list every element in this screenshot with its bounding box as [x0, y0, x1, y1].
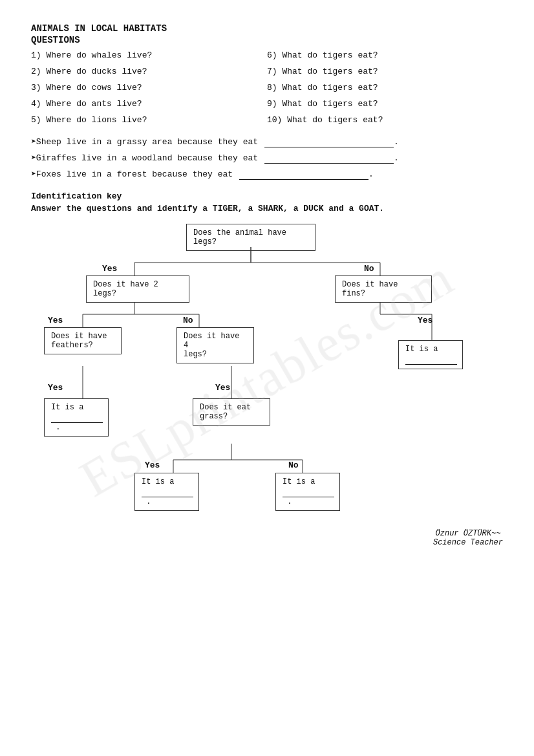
- fill-blank-2[interactable]: [264, 153, 394, 164]
- yes-label-3: Yes: [418, 316, 433, 325]
- question-8: 8) What do tigers eat?: [267, 83, 503, 92]
- yes-label-1: Yes: [102, 264, 117, 274]
- tree-shark-box: It is a: [398, 340, 463, 369]
- tree-4legs-box: Does it have 4 legs?: [176, 327, 254, 363]
- credit: Öznur ÖZTÜRK~~ Science Teacher: [433, 529, 503, 547]
- no-label-2: No: [183, 316, 193, 325]
- tree-fins-box: Does it have fins?: [335, 275, 432, 303]
- fill-line-3: ➤Foxes live in a forest because they eat…: [31, 169, 503, 180]
- question-10: 10) What do tigers eat?: [267, 115, 503, 125]
- question-3: 3) Where do cows live?: [31, 83, 267, 92]
- tiger-answer-line[interactable]: [283, 488, 334, 497]
- yes-label-2: Yes: [48, 316, 63, 325]
- tree-grass-box: Does it eat grass?: [193, 398, 270, 426]
- shark-answer-line[interactable]: [405, 355, 457, 365]
- question-6: 6) What do tigers eat?: [267, 50, 503, 60]
- no-label-1: No: [364, 264, 374, 274]
- id-key-instruction: Answer the questions and identify a TIGE…: [31, 204, 503, 213]
- fill-line-2: ➤Giraffes live in a woodland because the…: [31, 153, 503, 164]
- yes-label-5: Yes: [145, 460, 160, 470]
- questions-grid: 1) Where do whales live? 6) What do tige…: [31, 50, 503, 125]
- tree-root-box: Does the animal have legs?: [186, 224, 315, 251]
- duck-answer-line[interactable]: [51, 413, 103, 423]
- question-4: 4) Where do ants live?: [31, 99, 267, 109]
- fill-section: ➤Sheep live in a grassy area because the…: [31, 136, 503, 180]
- question-5: 5) Where do lions live?: [31, 115, 267, 125]
- page-title: ANIMALS IN LOCAL HABITATS: [31, 23, 503, 34]
- tree-2legs-box: Does it have 2 legs?: [86, 275, 189, 303]
- fill-line-1: ➤Sheep live in a grassy area because the…: [31, 136, 503, 147]
- tree-feathers-box: Does it have feathers?: [44, 327, 122, 354]
- fill-blank-1[interactable]: [264, 137, 394, 147]
- goat-answer-line[interactable]: [142, 488, 193, 497]
- tree-lines: [31, 224, 503, 560]
- tree-tiger-box: It is a .: [275, 473, 340, 511]
- question-2: 2) Where do ducks live?: [31, 67, 267, 76]
- no-label-5: No: [288, 460, 299, 470]
- question-1: 1) Where do whales live?: [31, 50, 267, 60]
- question-7: 7) What do tigers eat?: [267, 67, 503, 76]
- yes-label-4: Yes: [48, 383, 63, 393]
- decision-tree: Does the animal have legs?: [31, 224, 503, 547]
- fill-blank-3[interactable]: [239, 169, 368, 180]
- tree-goat-box: It is a .: [134, 473, 199, 511]
- id-key-header: Identification key: [31, 191, 503, 201]
- question-9: 9) What do tigers eat?: [267, 99, 503, 109]
- tree-duck-box: It is a .: [44, 398, 109, 437]
- yes-label-level4: Yes: [215, 383, 230, 393]
- questions-header: QUESTIONS: [31, 35, 503, 45]
